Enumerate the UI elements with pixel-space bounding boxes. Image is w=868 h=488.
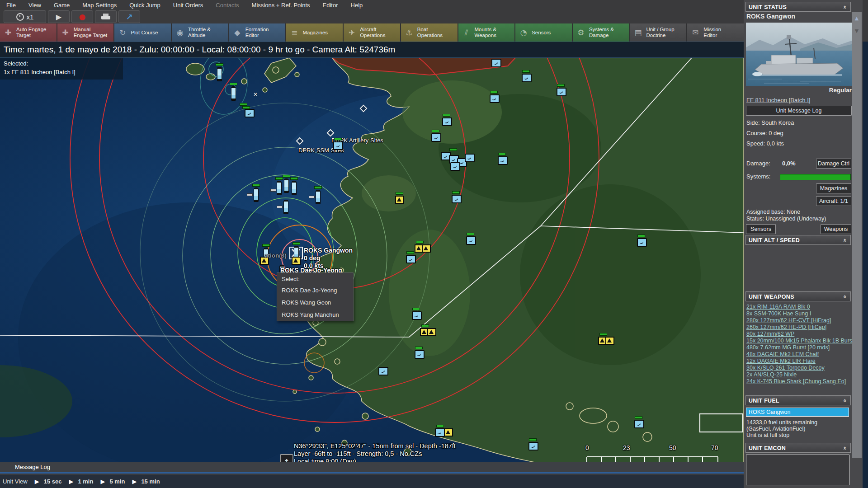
scroll-down-icon[interactable]: ▼ <box>852 25 862 37</box>
facility-icon[interactable] <box>490 94 500 103</box>
menu-quick-jump[interactable]: Quick Jump <box>123 2 167 9</box>
mounts-weapons-button[interactable]: ⫽Mounts &Weapons <box>458 23 515 42</box>
weapon-link[interactable]: 8x SSM-700K Hae Sung I <box>746 310 811 317</box>
step-play-icon[interactable]: ▶ <box>132 478 137 485</box>
section-header-fuel[interactable]: UNIT FUEL« <box>745 395 851 405</box>
facility-icon[interactable] <box>450 162 460 171</box>
share-button[interactable]: ↗ <box>118 10 140 23</box>
menu-editor[interactable]: Editor <box>316 2 344 9</box>
surface-group-symbol[interactable] <box>427 328 436 336</box>
collapse-chevron-icon[interactable]: « <box>840 295 850 299</box>
aircraft-sidebar-button[interactable]: Aircraft: 1/1 <box>816 196 851 206</box>
collapse-chevron-icon[interactable]: « <box>840 446 850 450</box>
facility-icon[interactable] <box>378 367 388 375</box>
friendly-ship-icon[interactable] <box>283 200 288 214</box>
message-log-bar[interactable]: Message Log <box>0 462 744 474</box>
manual-engage-target-button[interactable]: ✚ManualEngage Target <box>57 23 114 42</box>
friendly-ship-icon[interactable] <box>277 181 282 195</box>
doctrine-button[interactable]: ▤Unit / GroupDoctrine <box>630 23 687 42</box>
magazines-button[interactable]: ≡Magazines <box>286 23 343 42</box>
facility-icon[interactable] <box>634 420 644 428</box>
facility-icon[interactable] <box>466 236 476 245</box>
unit-message-log-button[interactable]: Unit Message Log <box>746 106 852 116</box>
context-menu-item-yang-manchun[interactable]: ROKS Yang Manchun <box>277 309 353 321</box>
menu-help[interactable]: Help <box>344 2 369 9</box>
speed-5min-button[interactable]: 5 min <box>109 478 125 485</box>
mission-editor-button[interactable]: ✉MissionEditor <box>687 23 744 42</box>
auto-engage-target-button[interactable]: ✚Auto EngageTarget <box>0 23 57 42</box>
throttle-altitude-button[interactable]: ◉Throttle &Altitude <box>172 23 228 42</box>
collapse-chevron-icon[interactable]: « <box>840 399 850 403</box>
weapon-link[interactable]: 80x 127mm/62 WP <box>746 331 794 337</box>
facility-icon[interactable] <box>406 255 416 263</box>
section-header-weapons[interactable]: UNIT WEAPONS« <box>745 291 851 301</box>
facility-icon[interactable] <box>528 442 538 450</box>
menu-game[interactable]: Game <box>47 2 76 9</box>
facility-icon[interactable] <box>465 154 475 162</box>
weapon-link[interactable]: 2x AN/SLQ-25 Nixie <box>746 371 797 378</box>
step-play-icon[interactable]: ▶ <box>69 478 73 485</box>
speed-15sec-button[interactable]: 15 sec <box>44 478 62 485</box>
sidebar-scrollbar[interactable]: ▲ ▼ <box>852 12 862 458</box>
surface-group-symbol[interactable] <box>444 428 453 436</box>
section-header-alt-speed[interactable]: UNIT ALT / SPEED« <box>745 235 851 245</box>
scroll-up-icon[interactable]: ▲ <box>852 13 862 24</box>
menu-map-settings[interactable]: Map Settings <box>76 2 123 9</box>
sensors-sidebar-button[interactable]: Sensors <box>746 224 776 234</box>
surface-group-symbol[interactable] <box>605 337 614 345</box>
surface-group-symbol[interactable] <box>422 244 431 253</box>
weapons-sidebar-button[interactable]: Weapons <box>821 224 851 234</box>
facility-icon[interactable] <box>412 311 422 320</box>
facility-icon[interactable] <box>442 117 452 126</box>
friendly-ship-icon[interactable] <box>217 67 222 81</box>
section-header-unit-status[interactable]: UNIT STATUS« <box>745 2 851 12</box>
menu-missions-refpoints[interactable]: Missions + Ref. Points <box>245 2 316 9</box>
facility-icon[interactable] <box>431 133 441 142</box>
facility-icon[interactable] <box>435 428 445 437</box>
section-header-emcon[interactable]: UNIT EMCON« <box>745 443 851 453</box>
record-button[interactable]: ● <box>71 10 93 23</box>
friendly-ship-icon[interactable] <box>254 188 259 202</box>
damage-ctrl-button[interactable]: Damage Ctrl <box>816 159 851 169</box>
unit-view-label[interactable]: Unit View <box>3 478 28 485</box>
weapon-link[interactable]: 21x RIM-116A RAM Blk 0 <box>746 304 810 310</box>
weapon-link[interactable]: 24x K-745 Blue Shark [Chung Sang Eo] <box>746 378 846 385</box>
weapon-link[interactable]: 48x DAGAIE Mk2 LEM Chaff <box>746 351 819 357</box>
weapon-link[interactable]: 15x 20mm/100 Mk15 Phalanx Blk 1B Burst [ <box>746 338 857 344</box>
facility-icon[interactable] <box>415 350 425 359</box>
print-button[interactable] <box>95 10 117 23</box>
boat-operations-button[interactable]: ⚓BoatOperations <box>401 23 458 42</box>
step-play-icon[interactable]: ▶ <box>100 478 105 485</box>
friendly-ship-icon[interactable] <box>292 181 297 195</box>
context-menu-item-wang-geon[interactable]: ROKS Wang Geon <box>277 296 353 309</box>
play-button[interactable]: ▶ <box>48 10 70 23</box>
friendly-ship-icon[interactable] <box>284 178 289 193</box>
facility-icon[interactable] <box>498 156 508 165</box>
magazines-sidebar-button[interactable]: Magazines <box>816 183 851 193</box>
facility-icon[interactable] <box>557 88 566 96</box>
systems-damage-button[interactable]: ⚙Systems &Damage <box>573 23 629 42</box>
sensors-button[interactable]: ◔Sensors <box>515 23 572 42</box>
speed-15min-button[interactable]: 15 min <box>141 478 160 485</box>
facility-icon[interactable] <box>491 59 501 67</box>
menu-file[interactable]: File <box>0 2 22 9</box>
surface-group-symbol[interactable] <box>292 257 301 265</box>
expand-message-log-button[interactable]: ↑ <box>280 454 293 462</box>
map-viewport[interactable]: Selected: 1x FF 811 Incheon [Batch I] ✕ <box>0 58 744 462</box>
unit-class-link[interactable]: FF 811 Incheon [Batch I] <box>746 97 810 103</box>
weapon-link[interactable]: 260x 127mm/62 HE-PD [HiCap] <box>746 324 826 330</box>
time-compression-button[interactable]: x1 <box>4 10 46 23</box>
weapon-link[interactable]: 280x 127mm/62 HE-CVT [HiFrag] <box>746 317 831 324</box>
weapon-link[interactable]: 30x K/SLQ-261 Torpedo Decoy <box>746 365 825 371</box>
menu-view[interactable]: View <box>22 2 47 9</box>
surface-group-symbol[interactable] <box>395 196 404 204</box>
friendly-ship-icon[interactable] <box>231 86 236 101</box>
facility-icon[interactable] <box>637 238 647 247</box>
friendly-ship-icon[interactable] <box>316 190 321 204</box>
aircraft-operations-button[interactable]: ✈AircraftOperations <box>344 23 400 42</box>
facility-icon[interactable] <box>522 74 532 82</box>
plot-course-button[interactable]: ↻Plot Course <box>114 23 171 42</box>
formation-editor-button[interactable]: ◆FormationEditor <box>229 23 286 42</box>
dprk-ssm-site-icon[interactable] <box>333 141 343 150</box>
speed-1min-button[interactable]: 1 min <box>78 478 93 485</box>
